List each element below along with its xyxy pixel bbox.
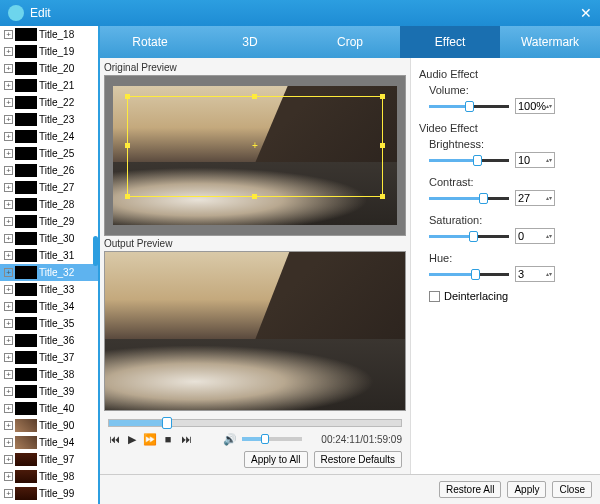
tab-effect[interactable]: Effect <box>400 26 500 58</box>
expand-icon[interactable]: + <box>4 149 13 158</box>
expand-icon[interactable]: + <box>4 353 13 362</box>
original-preview[interactable]: + <box>104 75 406 236</box>
expand-icon[interactable]: + <box>4 217 13 226</box>
sidebar-item[interactable]: +Title_19 <box>0 43 98 60</box>
tab-watermark[interactable]: Watermark <box>500 26 600 58</box>
sidebar-item[interactable]: +Title_36 <box>0 332 98 349</box>
expand-icon[interactable]: + <box>4 336 13 345</box>
expand-icon[interactable]: + <box>4 489 13 498</box>
sidebar-item[interactable]: +Title_32 <box>0 264 98 281</box>
expand-icon[interactable]: + <box>4 115 13 124</box>
sidebar-item[interactable]: +Title_24 <box>0 128 98 145</box>
expand-icon[interactable]: + <box>4 404 13 413</box>
saturation-value[interactable]: 0▴▾ <box>515 228 555 244</box>
crop-handle[interactable] <box>125 94 130 99</box>
sidebar-item[interactable]: +Title_37 <box>0 349 98 366</box>
stop-icon[interactable]: ■ <box>162 433 174 445</box>
sidebar-item[interactable]: +Title_23 <box>0 111 98 128</box>
expand-icon[interactable]: + <box>4 438 13 447</box>
sidebar-item[interactable]: +Title_30 <box>0 230 98 247</box>
sidebar-item[interactable]: +Title_99 <box>0 485 98 502</box>
expand-icon[interactable]: + <box>4 268 13 277</box>
prev-icon[interactable]: ⏮ <box>108 433 120 445</box>
volume-value[interactable]: 100%▴▾ <box>515 98 555 114</box>
spinner-icon[interactable]: ▴▾ <box>546 234 552 239</box>
next-icon[interactable]: ⏭ <box>180 433 192 445</box>
sidebar-item[interactable]: +Title_26 <box>0 162 98 179</box>
sidebar-item[interactable]: +Title_21 <box>0 77 98 94</box>
expand-icon[interactable]: + <box>4 47 13 56</box>
expand-icon[interactable]: + <box>4 319 13 328</box>
restore-defaults-button[interactable]: Restore Defaults <box>314 451 402 468</box>
expand-icon[interactable]: + <box>4 370 13 379</box>
sidebar-item[interactable]: +Title_35 <box>0 315 98 332</box>
expand-icon[interactable]: + <box>4 234 13 243</box>
sidebar-item[interactable]: +Title_18 <box>0 26 98 43</box>
sidebar-item[interactable]: +Title_29 <box>0 213 98 230</box>
sidebar-item[interactable]: +Title_97 <box>0 451 98 468</box>
expand-icon[interactable]: + <box>4 387 13 396</box>
expand-icon[interactable]: + <box>4 183 13 192</box>
spinner-icon[interactable]: ▴▾ <box>546 272 552 277</box>
tab-3d[interactable]: 3D <box>200 26 300 58</box>
expand-icon[interactable]: + <box>4 455 13 464</box>
expand-icon[interactable]: + <box>4 421 13 430</box>
brightness-value[interactable]: 10▴▾ <box>515 152 555 168</box>
expand-icon[interactable]: + <box>4 200 13 209</box>
spinner-icon[interactable]: ▴▾ <box>546 158 552 163</box>
crop-handle[interactable] <box>125 194 130 199</box>
spinner-icon[interactable]: ▴▾ <box>546 104 552 109</box>
contrast-value[interactable]: 27▴▾ <box>515 190 555 206</box>
deinterlace-checkbox[interactable] <box>429 291 440 302</box>
expand-icon[interactable]: + <box>4 251 13 260</box>
close-icon[interactable]: ✕ <box>580 5 592 21</box>
crop-handle[interactable] <box>252 194 257 199</box>
hue-value[interactable]: 3▴▾ <box>515 266 555 282</box>
saturation-slider[interactable] <box>429 235 509 238</box>
sidebar-item[interactable]: +Title_20 <box>0 60 98 77</box>
sidebar-item[interactable]: +Title_90 <box>0 417 98 434</box>
contrast-slider[interactable] <box>429 197 509 200</box>
fast-forward-icon[interactable]: ⏩ <box>144 433 156 445</box>
tab-crop[interactable]: Crop <box>300 26 400 58</box>
crop-handle[interactable] <box>252 94 257 99</box>
sidebar-item[interactable]: +Title_38 <box>0 366 98 383</box>
expand-icon[interactable]: + <box>4 132 13 141</box>
expand-icon[interactable]: + <box>4 30 13 39</box>
crop-center-icon[interactable]: + <box>251 142 259 150</box>
crop-handle[interactable] <box>380 194 385 199</box>
expand-icon[interactable]: + <box>4 64 13 73</box>
sidebar-item[interactable]: +Title_22 <box>0 94 98 111</box>
sidebar-scrollbar[interactable] <box>93 236 98 266</box>
crop-handle[interactable] <box>380 94 385 99</box>
apply-to-all-button[interactable]: Apply to All <box>244 451 307 468</box>
sidebar-item[interactable]: +Title_27 <box>0 179 98 196</box>
crop-box[interactable]: + <box>127 96 383 197</box>
sidebar-item[interactable]: +Title_33 <box>0 281 98 298</box>
restore-all-button[interactable]: Restore All <box>439 481 501 498</box>
sidebar-item[interactable]: +Title_25 <box>0 145 98 162</box>
brightness-slider[interactable] <box>429 159 509 162</box>
sidebar-item[interactable]: +Title_34 <box>0 298 98 315</box>
sidebar-item[interactable]: +Title_98 <box>0 468 98 485</box>
seek-bar[interactable] <box>108 419 402 427</box>
expand-icon[interactable]: + <box>4 98 13 107</box>
expand-icon[interactable]: + <box>4 166 13 175</box>
expand-icon[interactable]: + <box>4 472 13 481</box>
hue-slider[interactable] <box>429 273 509 276</box>
expand-icon[interactable]: + <box>4 81 13 90</box>
spinner-icon[interactable]: ▴▾ <box>546 196 552 201</box>
sidebar-item[interactable]: +Title_39 <box>0 383 98 400</box>
volume-icon[interactable]: 🔊 <box>224 433 236 445</box>
volume-slider[interactable] <box>242 437 302 441</box>
sidebar-item[interactable]: +Title_31 <box>0 247 98 264</box>
expand-icon[interactable]: + <box>4 285 13 294</box>
title-sidebar[interactable]: +Title_18+Title_19+Title_20+Title_21+Tit… <box>0 26 100 504</box>
apply-button[interactable]: Apply <box>507 481 546 498</box>
sidebar-item[interactable]: +Title_40 <box>0 400 98 417</box>
play-icon[interactable]: ▶ <box>126 433 138 445</box>
volume-effect-slider[interactable] <box>429 105 509 108</box>
sidebar-item[interactable]: +Title_94 <box>0 434 98 451</box>
crop-handle[interactable] <box>380 143 385 148</box>
close-button[interactable]: Close <box>552 481 592 498</box>
